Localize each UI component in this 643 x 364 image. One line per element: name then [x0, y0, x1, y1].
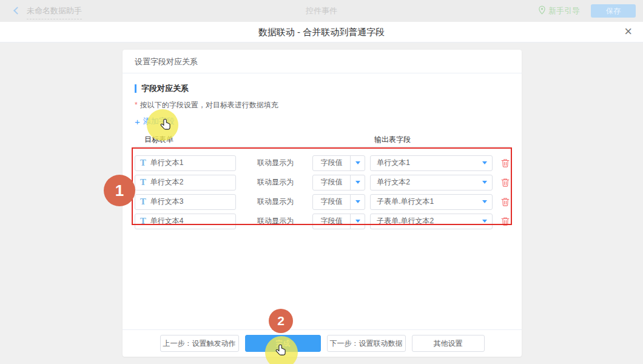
mode-select-value: 字段值 — [313, 175, 351, 190]
target-field-box[interactable]: T 单行文本4 — [135, 214, 236, 229]
target-field-box[interactable]: T 单行文本1 — [135, 155, 236, 171]
single-line-text-icon: T — [140, 217, 146, 225]
settings-panel: 设置字段对应关系 字段对应关系 *按以下的字段设置，对目标表进行数据填充 + 添… — [123, 50, 522, 357]
delete-row-icon[interactable] — [501, 158, 510, 167]
section-accent-bar — [135, 84, 136, 93]
required-asterisk: * — [135, 101, 138, 109]
delete-row-icon[interactable] — [501, 217, 510, 226]
link-display-label: 联动显示为 — [257, 216, 296, 226]
target-field-label: 单行文本4 — [150, 216, 184, 226]
target-field-label: 单行文本1 — [150, 158, 184, 168]
table-row: T 单行文本1 联动显示为 字段值 单行文本1 — [135, 155, 510, 171]
panel-content: 字段对应关系 *按以下的字段设置，对目标表进行数据填充 + 添加字段 目标表单 … — [123, 73, 522, 229]
output-field-select[interactable]: 子表单.单行文本1 — [370, 194, 493, 210]
output-field-select[interactable]: 单行文本2 — [370, 175, 493, 190]
delete-row-icon[interactable] — [501, 197, 510, 206]
panel-header: 设置字段对应关系 — [123, 50, 522, 73]
table-row: T 单行文本2 联动显示为 字段值 单行文本2 — [135, 175, 510, 190]
link-display-label: 联动显示为 — [257, 158, 296, 168]
modal-title: 数据联动 - 合并联动到普通字段 — [0, 22, 643, 42]
save-button[interactable]: 保存 — [591, 4, 636, 18]
other-settings-button[interactable]: 其他设置 — [412, 335, 485, 352]
column-output-field: 输出表字段 — [374, 135, 411, 145]
link-display-label: 联动显示为 — [257, 177, 296, 187]
caret-down-icon — [350, 156, 365, 170]
section-title: 字段对应关系 — [135, 83, 510, 94]
single-line-text-icon: T — [140, 159, 146, 167]
close-icon[interactable]: × — [624, 22, 632, 42]
table-row: T 单行文本3 联动显示为 字段值 子表单.单行文本1 — [135, 194, 510, 210]
caret-down-icon — [477, 195, 492, 209]
screen: 未命名数据助手 控件事件 新手引导 保存 数据联动 - 合并联动到普通字段 × … — [0, 0, 643, 364]
mode-select[interactable]: 字段值 — [312, 194, 366, 210]
mapping-rows: T 单行文本1 联动显示为 字段值 单行文本1 — [135, 155, 510, 229]
output-select-value: 子表单.单行文本2 — [371, 214, 477, 229]
output-select-value: 单行文本1 — [371, 156, 477, 170]
link-display-label: 联动显示为 — [257, 197, 296, 207]
section-title-label: 字段对应关系 — [141, 83, 189, 94]
table-row: T 单行文本4 联动显示为 字段值 子表单.单行文本2 — [135, 214, 510, 229]
target-field-box[interactable]: T 单行文本3 — [135, 194, 236, 210]
target-field-box[interactable]: T 单行文本2 — [135, 175, 236, 190]
hint-text: *按以下的字段设置，对目标表进行数据填充 — [135, 100, 510, 110]
mode-select-value: 字段值 — [313, 214, 351, 229]
mode-select-value: 字段值 — [313, 156, 351, 170]
location-pin-icon — [539, 5, 545, 16]
guide-label: 新手引导 — [548, 5, 580, 16]
column-target-form: 目标表单 — [144, 135, 173, 145]
prev-step-button[interactable]: 上一步：设置触发动作 — [160, 335, 239, 352]
single-line-text-icon: T — [140, 198, 146, 206]
mode-select[interactable]: 字段值 — [312, 155, 366, 171]
output-select-value: 单行文本2 — [371, 175, 477, 190]
target-field-label: 单行文本2 — [150, 177, 184, 187]
caret-down-icon — [350, 214, 365, 229]
mode-select[interactable]: 字段值 — [312, 175, 366, 190]
finish-button[interactable]: 完成 — [245, 335, 321, 352]
delete-row-icon[interactable] — [501, 178, 510, 187]
modal-header: 数据联动 - 合并联动到普通字段 × — [0, 22, 643, 42]
output-field-select[interactable]: 子表单.单行文本2 — [370, 214, 493, 229]
add-field-button[interactable]: + 添加字段 — [135, 116, 175, 127]
guide-button[interactable]: 新手引导 — [539, 0, 580, 22]
app-topbar: 未命名数据助手 控件事件 新手引导 保存 — [0, 0, 643, 22]
caret-down-icon — [350, 195, 365, 209]
modal-body: 设置字段对应关系 字段对应关系 *按以下的字段设置，对目标表进行数据填充 + 添… — [0, 43, 643, 364]
caret-down-icon — [477, 156, 492, 170]
next-step-button[interactable]: 下一步：设置联动数据 — [327, 335, 406, 352]
panel-footer: 上一步：设置触发动作 完成 下一步：设置联动数据 其他设置 — [123, 329, 522, 357]
caret-down-icon — [350, 175, 365, 190]
single-line-text-icon: T — [140, 178, 146, 186]
caret-down-icon — [477, 175, 492, 190]
output-select-value: 子表单.单行文本1 — [371, 195, 477, 209]
column-headers: 目标表单 输出表字段 — [135, 133, 510, 147]
mode-select[interactable]: 字段值 — [312, 214, 366, 229]
mode-select-value: 字段值 — [313, 195, 351, 209]
target-field-label: 单行文本3 — [150, 197, 184, 207]
plus-icon: + — [135, 116, 140, 127]
output-field-select[interactable]: 单行文本1 — [370, 155, 493, 171]
caret-down-icon — [477, 214, 492, 229]
add-field-label: 添加字段 — [143, 116, 175, 127]
